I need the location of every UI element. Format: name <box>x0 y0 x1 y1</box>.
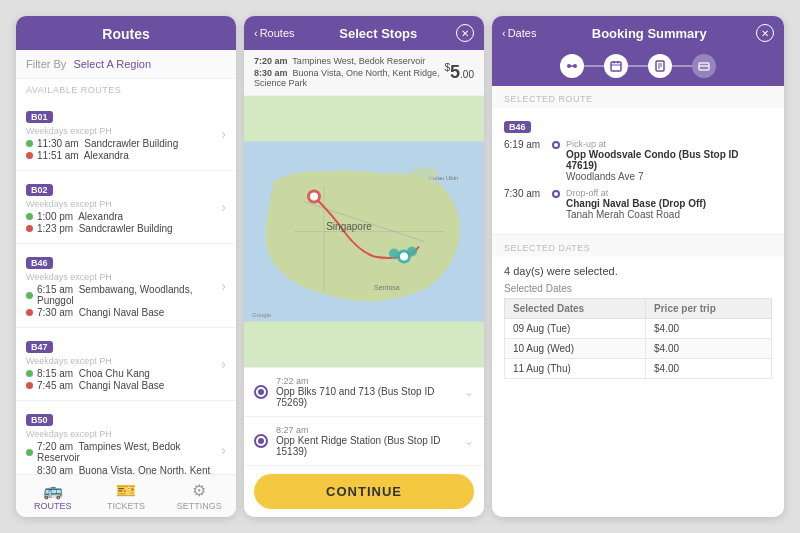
filter-value[interactable]: Select A Region <box>73 58 151 70</box>
price-badge: $5.00 <box>445 62 474 83</box>
settings-icon: ⚙ <box>192 481 206 500</box>
pickup-road: Woodlands Ave 7 <box>566 171 772 182</box>
route-item-b46[interactable]: B46 Weekdays except PH 6:15 am Sembawang… <box>16 244 236 328</box>
stop-chevron-icon: ⌄ <box>464 434 474 448</box>
svg-text:Google: Google <box>252 312 272 318</box>
route-badge-b01: B01 <box>26 111 53 123</box>
back-label: Routes <box>260 27 295 39</box>
route-badge-b02: B02 <box>26 184 53 196</box>
dropoff-label: Drop-off at <box>566 188 772 198</box>
route-days-b46: Weekdays except PH <box>26 272 217 282</box>
table-row: 09 Aug (Tue) $4.00 <box>505 319 772 339</box>
step-summary <box>648 54 672 78</box>
booking-title: Booking Summary <box>542 26 756 41</box>
price-cell: $4.00 <box>646 339 772 359</box>
stop-item-1[interactable]: 7:22 am Opp Blks 710 and 713 (Bus Stop I… <box>244 368 484 417</box>
pickup-detail: 6:19 am Pick-up at Opp Woodsvale Condo (… <box>504 139 772 182</box>
stop-text-2: 8:27 am Opp Kent Ridge Station (Bus Stop… <box>276 425 464 457</box>
route-item-b01[interactable]: B01 Weekdays except PH 11:30 am Sandcraw… <box>16 98 236 171</box>
date-cell: 10 Aug (Wed) <box>505 339 646 359</box>
dates-col-header: Selected Dates <box>505 299 646 319</box>
booking-steps <box>492 50 784 86</box>
price-col-header: Price per trip <box>646 299 772 319</box>
route-badge-b50: B50 <box>26 414 53 426</box>
date-cell: 09 Aug (Tue) <box>505 319 646 339</box>
table-row: 11 Aug (Thu) $4.00 <box>505 359 772 379</box>
close-icon: ✕ <box>461 28 469 39</box>
dropoff-dot <box>552 190 560 198</box>
stop-dot-green <box>26 140 33 147</box>
booking-panel: ‹ Dates Booking Summary ✕ <box>492 16 784 517</box>
nav-settings-label: SETTINGS <box>177 501 222 511</box>
svg-point-9 <box>407 247 417 257</box>
route-item-b02[interactable]: B02 Weekdays except PH 1:00 pm Alexandra… <box>16 171 236 244</box>
dates-sublabel: Selected Dates <box>504 283 772 294</box>
back-button[interactable]: ‹ Routes <box>254 27 295 39</box>
booking-content: SELECTED ROUTE B46 6:19 am Pick-up at Op… <box>492 86 784 517</box>
selected-dates-label: SELECTED DATES <box>492 235 784 257</box>
stop-text-1: 7:22 am Opp Blks 710 and 713 (Bus Stop I… <box>276 376 464 408</box>
pickup-label: Pick-up at <box>566 139 772 149</box>
chevron-right-icon: › <box>221 356 226 372</box>
date-cell: 11 Aug (Thu) <box>505 359 646 379</box>
stop-item-2[interactable]: 8:27 am Opp Kent Ridge Station (Bus Stop… <box>244 417 484 466</box>
filter-row[interactable]: Filter By Select A Region <box>16 50 236 79</box>
selected-route-box: B46 6:19 am Pick-up at Opp Woodsvale Con… <box>492 108 784 235</box>
routes-title: Routes <box>102 26 149 42</box>
svg-point-5 <box>310 193 318 201</box>
dropoff-detail: 7:30 am Drop-off at Changi Naval Base (D… <box>504 188 772 220</box>
price-cell: $4.00 <box>646 319 772 339</box>
stops-header: ‹ Routes Select Stops ✕ <box>244 16 484 50</box>
route-badge-b47: B47 <box>26 341 53 353</box>
stop-dot-pin <box>26 225 33 232</box>
price-cell: $4.00 <box>646 359 772 379</box>
nav-tickets-label: TICKETS <box>107 501 145 511</box>
booking-back-button[interactable]: ‹ Dates <box>502 27 536 39</box>
bus-icon: 🚌 <box>43 481 63 500</box>
step-line-3 <box>672 65 692 67</box>
step-payment <box>692 54 716 78</box>
stop-radio-1[interactable] <box>254 385 268 399</box>
routes-header: Routes <box>16 16 236 50</box>
svg-rect-18 <box>611 62 621 71</box>
chevron-right-icon: › <box>221 442 226 458</box>
selected-route-label: SELECTED ROUTE <box>492 86 784 108</box>
route-item-b50[interactable]: B50 Weekdays except PH 7:20 am Tampines … <box>16 401 236 474</box>
nav-settings[interactable]: ⚙ SETTINGS <box>163 475 236 517</box>
stop-dot-pin <box>26 382 33 389</box>
stop-dot-green <box>26 213 33 220</box>
svg-point-8 <box>389 249 399 259</box>
stop-dot-green <box>26 370 33 377</box>
step-line-2 <box>628 65 648 67</box>
nav-routes[interactable]: 🚌 ROUTES <box>16 475 89 517</box>
ticket-icon: 🎫 <box>116 481 136 500</box>
svg-point-7 <box>400 253 408 261</box>
close-icon: ✕ <box>761 28 769 39</box>
svg-text:Singapore: Singapore <box>326 221 372 232</box>
chevron-right-icon: › <box>221 278 226 294</box>
dates-table: Selected Dates Price per trip 09 Aug (Tu… <box>504 298 772 379</box>
route-item-b47[interactable]: B47 Weekdays except PH 8:15 am Choa Chu … <box>16 328 236 401</box>
svg-point-13 <box>409 168 439 180</box>
stop-dot-pin <box>26 152 33 159</box>
nav-tickets[interactable]: 🎫 TICKETS <box>89 475 162 517</box>
available-label: AVAILABLE ROUTES <box>16 79 236 98</box>
stop-radio-2[interactable] <box>254 434 268 448</box>
chevron-right-icon: › <box>221 199 226 215</box>
nav-routes-label: ROUTES <box>34 501 72 511</box>
chevron-right-icon: › <box>221 126 226 142</box>
stop-radio-fill <box>258 389 264 395</box>
back-arrow-icon: ‹ <box>502 27 506 39</box>
pickup-name: Opp Woodsvale Condo (Bus Stop ID 47619) <box>566 149 772 171</box>
pickup-dot <box>552 141 560 149</box>
continue-button[interactable]: CONTINUE <box>254 474 474 509</box>
bottom-nav: 🚌 ROUTES 🎫 TICKETS ⚙ SETTINGS <box>16 474 236 517</box>
route-days-b47: Weekdays except PH <box>26 356 217 366</box>
route-days-b01: Weekdays except PH <box>26 126 217 136</box>
svg-text:Sentosa: Sentosa <box>374 284 400 291</box>
summary-time2: 8:30 am Buona Vista, One North, Kent Rid… <box>254 68 445 88</box>
close-button[interactable]: ✕ <box>456 24 474 42</box>
filter-label: Filter By <box>26 58 66 70</box>
step-line-1 <box>584 65 604 67</box>
booking-close-button[interactable]: ✕ <box>756 24 774 42</box>
